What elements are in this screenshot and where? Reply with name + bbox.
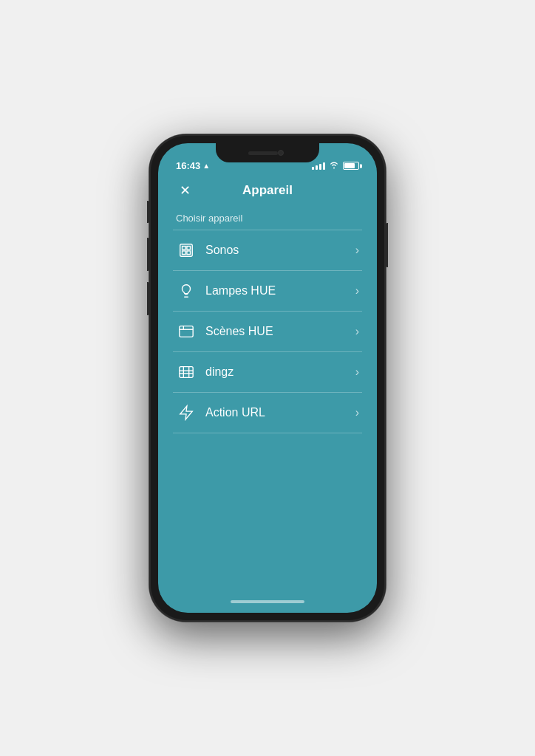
status-icons xyxy=(312,160,359,171)
signal-icon xyxy=(312,162,325,170)
time-label: 16:43 xyxy=(176,160,200,171)
dingz-icon xyxy=(176,362,197,382)
action-url-label: Action URL xyxy=(205,406,355,419)
home-bar xyxy=(231,600,304,603)
list-item-dingz[interactable]: dingz › xyxy=(173,351,362,392)
svg-rect-4 xyxy=(187,251,191,255)
list-item-sonos[interactable]: Sonos › xyxy=(173,230,362,270)
volume-down-button xyxy=(147,282,149,315)
bar4 xyxy=(323,162,325,170)
bar3 xyxy=(319,164,321,170)
screen-content: ✕ Appareil Choisir appareil xyxy=(158,176,377,591)
dingz-chevron: › xyxy=(355,365,359,379)
dingz-label: dingz xyxy=(205,365,355,379)
home-indicator xyxy=(158,591,377,613)
bolt-icon xyxy=(176,402,197,423)
lampes-hue-label: Lampes HUE xyxy=(205,284,355,298)
location-icon: ▲ xyxy=(202,162,210,170)
close-button[interactable]: ✕ xyxy=(173,179,197,202)
svg-rect-2 xyxy=(187,247,191,250)
device-list: Sonos › Lampes HUE › xyxy=(173,230,362,433)
svg-rect-3 xyxy=(183,251,186,255)
section-label: Choisir appareil xyxy=(173,213,362,224)
svg-rect-8 xyxy=(180,367,193,378)
action-url-chevron: › xyxy=(355,406,359,419)
camera xyxy=(278,150,284,156)
lampes-hue-chevron: › xyxy=(355,284,359,298)
status-time: 16:43 ▲ xyxy=(176,160,210,171)
phone-frame: 16:43 ▲ xyxy=(149,134,386,622)
page-title: Appareil xyxy=(242,183,293,198)
scenes-icon xyxy=(176,321,197,342)
list-item-scenes-hue[interactable]: Scènes HUE › xyxy=(173,311,362,351)
svg-rect-5 xyxy=(180,326,193,337)
phone-screen: 16:43 ▲ xyxy=(158,143,377,613)
battery-icon xyxy=(343,162,359,170)
bulb-icon xyxy=(176,281,197,301)
battery-fill xyxy=(344,163,355,168)
wifi-icon xyxy=(329,160,339,171)
sonos-label: Sonos xyxy=(205,244,355,257)
navigation-header: ✕ Appareil xyxy=(173,176,362,213)
svg-rect-1 xyxy=(183,247,186,250)
power-button xyxy=(386,223,388,267)
scenes-hue-label: Scènes HUE xyxy=(205,325,355,338)
bar2 xyxy=(316,165,318,170)
mute-button xyxy=(147,201,149,223)
speaker xyxy=(248,151,278,155)
volume-up-button xyxy=(147,238,149,271)
notch xyxy=(216,143,319,162)
sonos-icon xyxy=(176,240,197,261)
list-item-lampes-hue[interactable]: Lampes HUE › xyxy=(173,270,362,311)
scenes-hue-chevron: › xyxy=(355,325,359,338)
sonos-chevron: › xyxy=(355,244,359,257)
list-item-action-url[interactable]: Action URL › xyxy=(173,392,362,433)
bar1 xyxy=(312,167,314,170)
